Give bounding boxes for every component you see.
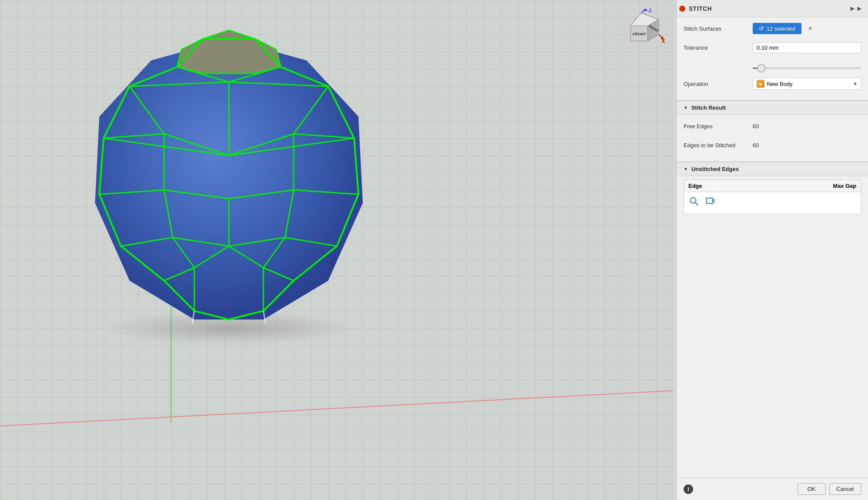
svg-point-70 xyxy=(691,198,696,203)
svg-line-71 xyxy=(696,203,698,206)
free-edges-label: Free Edges xyxy=(684,123,753,130)
panel-arrows[interactable]: ►► xyxy=(849,5,863,13)
viewport[interactable]: Z X FRONT RIGHT xyxy=(0,0,674,500)
panel-title-row: STITCH xyxy=(679,5,712,12)
action-buttons: OK Cancel xyxy=(798,483,861,495)
unstitched-edges-triangle: ▼ xyxy=(684,167,688,171)
clear-selection-btn[interactable]: × xyxy=(806,24,815,33)
new-body-icon: ■ xyxy=(757,80,764,88)
dodecahedron-svg xyxy=(78,26,380,337)
col-maxgap-header: Max Gap xyxy=(773,183,857,189)
stitch-surfaces-row: Stitch Surfaces ↺ 12 selected × xyxy=(684,22,861,35)
bottom-bar: i OK Cancel xyxy=(677,478,868,500)
edges-table-body xyxy=(684,192,861,214)
orientation-cube[interactable]: Z X FRONT RIGHT xyxy=(622,9,665,52)
operation-value-text: New Body xyxy=(767,81,792,87)
stitch-surfaces-control: ↺ 12 selected × xyxy=(753,23,861,34)
cancel-button[interactable]: Cancel xyxy=(829,483,861,495)
dodecahedron xyxy=(78,26,380,337)
panel-spacer xyxy=(677,218,868,478)
selected-count-text: 12 selected xyxy=(767,25,795,32)
filter-edges-btn[interactable] xyxy=(705,196,716,209)
svg-text:Z: Z xyxy=(649,9,652,13)
selection-row: ↺ 12 selected × xyxy=(753,23,861,34)
svg-text:FRONT: FRONT xyxy=(633,32,646,36)
tolerance-control xyxy=(753,42,861,53)
free-edges-value: 60 xyxy=(753,123,861,130)
edges-table-header: Edge Max Gap xyxy=(684,180,861,192)
right-panel: STITCH ►► Stitch Surfaces ↺ 12 selected … xyxy=(674,0,868,500)
ok-button[interactable]: OK xyxy=(798,483,826,495)
3d-object-container xyxy=(35,9,423,354)
tolerance-row: Tolerance xyxy=(684,41,861,54)
slider-thumb[interactable] xyxy=(757,64,766,73)
stitch-surfaces-label: Stitch Surfaces xyxy=(684,25,753,32)
unstitched-edges-label: Unstitched Edges xyxy=(691,166,739,172)
stitch-icon xyxy=(679,6,685,12)
slider-track xyxy=(753,67,861,69)
operation-label: Operation xyxy=(684,81,753,87)
tolerance-label: Tolerance xyxy=(684,44,753,51)
slider-thumb-area[interactable] xyxy=(753,64,861,73)
cursor-icon: ↺ xyxy=(759,25,764,32)
edges-to-stitch-label: Edges to be Stitched xyxy=(684,142,753,149)
operation-select-wrapper: ■ New Body ▼ xyxy=(753,78,861,90)
edges-to-stitch-row: Edges to be Stitched 60 xyxy=(684,138,861,152)
free-edges-row: Free Edges 60 xyxy=(684,119,861,133)
edges-to-stitch-value: 60 xyxy=(753,142,861,149)
tolerance-input[interactable] xyxy=(753,42,861,53)
slider-container xyxy=(753,64,861,73)
panel-content: Stitch Surfaces ↺ 12 selected × Tolera xyxy=(674,17,868,500)
svg-marker-0 xyxy=(95,39,363,320)
col-edge-header: Edge xyxy=(688,183,773,189)
panel-header: STITCH ►► xyxy=(674,0,868,17)
panel-title: STITCH xyxy=(689,5,712,12)
stitch-result-label: Stitch Result xyxy=(691,104,725,111)
stitch-result-triangle: ▼ xyxy=(684,105,688,110)
selected-count-btn[interactable]: ↺ 12 selected xyxy=(753,23,801,34)
svg-marker-1 xyxy=(177,30,281,73)
main-container: Z X FRONT RIGHT xyxy=(0,0,868,500)
panel-left-bar xyxy=(674,0,677,500)
operation-control: ■ New Body ▼ xyxy=(753,78,861,90)
svg-rect-72 xyxy=(706,198,713,204)
edges-table: Edge Max Gap xyxy=(684,180,861,214)
stitch-surfaces-section: Stitch Surfaces ↺ 12 selected × Tolera xyxy=(677,17,868,64)
info-icon[interactable]: i xyxy=(684,484,693,494)
stitch-result-header[interactable]: ▼ Stitch Result xyxy=(677,101,868,115)
search-edges-btn[interactable] xyxy=(688,196,700,209)
operation-row: Operation ■ New Body ▼ xyxy=(684,77,861,91)
slider-row xyxy=(677,64,868,77)
unstitched-edges-header[interactable]: ▼ Unstitched Edges xyxy=(677,162,868,176)
stitch-result-section: Free Edges 60 Edges to be Stitched 60 xyxy=(677,115,868,161)
operation-section: Operation ■ New Body ▼ xyxy=(677,77,868,100)
operation-input-inner[interactable]: ■ New Body xyxy=(753,78,861,90)
